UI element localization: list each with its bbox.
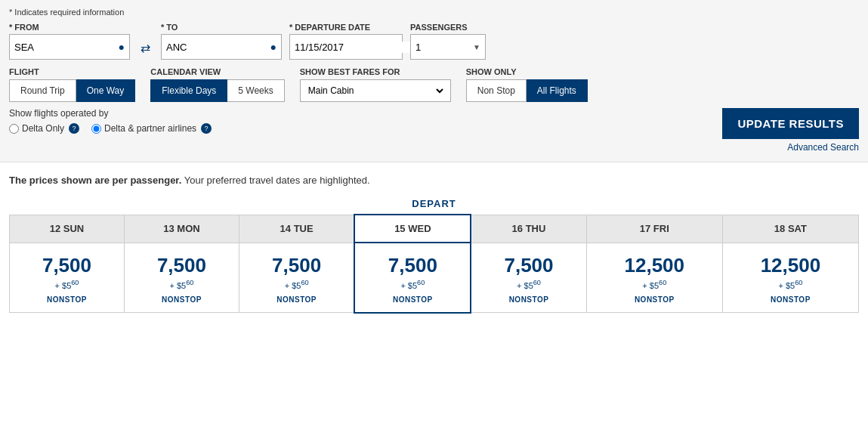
- departure-input[interactable]: [295, 42, 422, 53]
- plus-4: + $560: [476, 279, 581, 290]
- miles-0: 7,500: [14, 254, 119, 277]
- cell-1[interactable]: 7,500 + $560 NONSTOP: [124, 243, 239, 313]
- update-section: UPDATE RESULTS Advanced Search: [722, 108, 859, 153]
- nonstop-2: NONSTOP: [276, 295, 317, 304]
- plus-1: + $560: [129, 279, 234, 290]
- one-way-button[interactable]: One Way: [76, 79, 136, 102]
- cell-2[interactable]: 7,500 + $560 NONSTOP: [239, 243, 354, 313]
- miles-1: 7,500: [129, 254, 234, 277]
- flight-label: FLIGHT: [9, 67, 135, 76]
- col-header-4[interactable]: 16 THU: [471, 215, 586, 243]
- miles-3: 7,500: [360, 254, 465, 277]
- calendar-table: 12 SUN 13 MON 14 TUE 15 WED 16 THU 17 FR…: [9, 214, 859, 314]
- from-label: * FROM: [9, 23, 130, 32]
- col-header-6[interactable]: 18 SAT: [722, 215, 858, 243]
- nonstop-3: NONSTOP: [393, 295, 433, 304]
- airline-radio-group: Delta Only ? Delta & partner airlines ?: [9, 123, 212, 134]
- col-header-0[interactable]: 12 SUN: [10, 215, 125, 243]
- col-header-3[interactable]: 15 WED: [354, 215, 471, 243]
- table-row: 7,500 + $560 NONSTOP 7,500 + $560 NONSTO…: [10, 243, 859, 313]
- required-note: * Indicates required information: [9, 8, 859, 17]
- miles-4: 7,500: [476, 254, 581, 277]
- cell-4[interactable]: 7,500 + $560 NONSTOP: [471, 243, 586, 313]
- operated-section: Show flights operated by Delta Only ? De…: [9, 108, 212, 134]
- delta-only-radio-input[interactable]: [9, 124, 19, 134]
- advanced-search-link[interactable]: Advanced Search: [787, 142, 859, 153]
- from-input[interactable]: [14, 42, 116, 53]
- col-header-5[interactable]: 17 FRI: [586, 215, 722, 243]
- partner-airlines-radio[interactable]: Delta & partner airlines ?: [91, 123, 212, 134]
- flexible-days-button[interactable]: Flexible Days: [150, 79, 227, 102]
- show-flights-label: Show flights operated by: [9, 108, 212, 119]
- results-section: The prices shown are per passenger. Your…: [0, 162, 868, 314]
- delta-only-label: Delta Only: [22, 123, 64, 134]
- trip-type-buttons: Round Trip One Way: [9, 79, 135, 102]
- cell-6[interactable]: 12,500 + $560 NONSTOP: [722, 243, 858, 313]
- show-best-option-group: SHOW BEST FARES FOR Main Cabin First Cla…: [300, 67, 451, 102]
- to-location-icon[interactable]: ●: [270, 41, 276, 53]
- partner-airlines-label: Delta & partner airlines: [104, 123, 196, 134]
- partner-radio-input[interactable]: [91, 124, 101, 134]
- five-weeks-button[interactable]: 5 Weeks: [227, 79, 284, 102]
- calendar-label: CALENDAR VIEW: [150, 67, 285, 76]
- col-header-2[interactable]: 14 TUE: [239, 215, 354, 243]
- miles-6: 12,500: [727, 254, 854, 277]
- plus-0: + $560: [14, 279, 119, 290]
- nonstop-4: NONSTOP: [509, 295, 549, 304]
- prices-note-main: The prices shown are per passenger.: [9, 175, 181, 186]
- nonstop-5: NONSTOP: [635, 295, 675, 304]
- nonstop-1: NONSTOP: [162, 295, 202, 304]
- cell-0[interactable]: 7,500 + $560 NONSTOP: [10, 243, 125, 313]
- partner-info-icon[interactable]: ?: [201, 123, 212, 134]
- delta-only-radio[interactable]: Delta Only ?: [9, 123, 79, 134]
- plus-6: + $560: [727, 279, 854, 290]
- show-only-buttons: Non Stop All Flights: [466, 79, 588, 102]
- calendar-header-row: 12 SUN 13 MON 14 TUE 15 WED 16 THU 17 FR…: [10, 215, 859, 243]
- update-results-button[interactable]: UPDATE RESULTS: [722, 108, 859, 139]
- calendar-view-buttons: Flexible Days 5 Weeks: [150, 79, 285, 102]
- nonstop-0: NONSTOP: [47, 295, 87, 304]
- from-field-group: * FROM ●: [9, 23, 130, 60]
- miles-5: 12,500: [592, 254, 718, 277]
- prices-note-secondary: Your preferred travel dates are highligh…: [184, 175, 370, 186]
- passengers-input[interactable]: [415, 42, 473, 53]
- nonstop-6: NONSTOP: [771, 295, 811, 304]
- show-best-label: SHOW BEST FARES FOR: [300, 67, 451, 76]
- plus-2: + $560: [244, 279, 349, 290]
- all-flights-button[interactable]: All Flights: [527, 79, 588, 102]
- departure-label: * DEPARTURE DATE: [289, 23, 403, 32]
- prices-note: The prices shown are per passenger. Your…: [9, 175, 859, 186]
- to-label: * TO: [161, 23, 282, 32]
- show-only-label: SHOW ONLY: [466, 67, 588, 76]
- swap-button[interactable]: ⇄: [137, 41, 153, 55]
- col-header-1[interactable]: 13 MON: [124, 215, 239, 243]
- from-location-icon[interactable]: ●: [119, 41, 125, 53]
- passengers-field-group: PASSENGERS ▼: [410, 23, 486, 60]
- passengers-label: PASSENGERS: [410, 23, 486, 32]
- passengers-input-wrapper: ▼: [410, 34, 486, 60]
- plus-3: + $560: [360, 279, 465, 290]
- cell-5[interactable]: 12,500 + $560 NONSTOP: [586, 243, 722, 313]
- miles-2: 7,500: [244, 254, 349, 277]
- departure-field-group: * DEPARTURE DATE 📅: [289, 23, 403, 60]
- calendar-option-group: CALENDAR VIEW Flexible Days 5 Weeks: [150, 67, 285, 102]
- show-best-select-wrapper: Main Cabin First Class Delta One: [300, 79, 451, 102]
- cell-3[interactable]: 7,500 + $560 NONSTOP: [354, 243, 471, 313]
- departure-input-wrapper: 📅: [289, 34, 403, 60]
- to-input-wrapper: ●: [161, 34, 282, 60]
- round-trip-button[interactable]: Round Trip: [9, 79, 76, 102]
- show-only-option-group: SHOW ONLY Non Stop All Flights: [466, 67, 588, 102]
- passengers-dropdown-icon[interactable]: ▼: [473, 43, 480, 51]
- non-stop-button[interactable]: Non Stop: [466, 79, 527, 102]
- delta-only-info-icon[interactable]: ?: [69, 123, 79, 134]
- flight-option-group: FLIGHT Round Trip One Way: [9, 67, 135, 102]
- from-input-wrapper: ●: [9, 34, 130, 60]
- show-best-dropdown[interactable]: Main Cabin First Class Delta One: [305, 85, 446, 97]
- to-field-group: * TO ●: [161, 23, 282, 60]
- depart-label: DEPART: [9, 198, 859, 209]
- plus-5: + $560: [592, 279, 718, 290]
- to-input[interactable]: [166, 42, 267, 53]
